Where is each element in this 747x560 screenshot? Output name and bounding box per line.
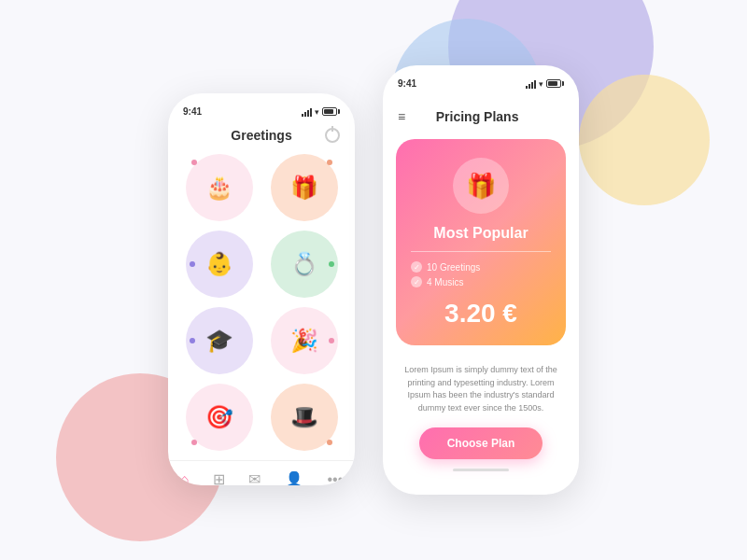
choose-plan-button[interactable]: Choose Plan [419,427,543,459]
list-item[interactable]: 🎓 [181,307,257,374]
signal-icon-2 [526,79,536,89]
card-divider [411,251,551,252]
list-item[interactable]: 👶 [181,231,257,298]
status-bar-2: 9:41 ▾ [383,65,579,96]
time-1: 9:41 [183,106,202,117]
dot [191,160,197,165]
dot [190,261,195,267]
nav-home-icon[interactable]: ⌂ [180,471,190,486]
dot [329,338,334,343]
dot [329,261,334,267]
pricing-description: Lorem Ipsum is simply dummy text of the … [383,353,579,422]
baby-icon: 👶 [205,251,233,277]
birthday-icon-circle[interactable]: 🎂 [186,154,253,221]
nav-grid-icon[interactable]: ⊞ [213,470,225,485]
bottom-nav: ⌂ ⊞ ✉ 👤 ••• [168,460,355,485]
title-bar-1: Greetings [168,124,355,154]
dot [190,338,195,343]
icon-grid: 🎂 🎁 👶 💍 [168,154,355,451]
feature-1: 10 Greetings [427,262,480,273]
greetings-title: Greetings [198,128,325,143]
graduation-icon: 🎓 [205,328,233,354]
status-icons-2: ▾ [526,79,564,89]
pricing-card: 🎁 Most Popular ✓ 10 Greetings ✓ 4 Musics… [396,139,566,345]
check-icon-1: ✓ [411,261,422,273]
price-display: 3.20 € [411,299,551,329]
check-icon-2: ✓ [411,276,422,287]
party-icon-circle[interactable]: 🎉 [271,307,338,374]
birthday-icon: 🎂 [205,175,233,201]
list-item[interactable]: 🎁 [266,154,342,221]
hamburger-icon[interactable]: ≡ [398,109,405,124]
list-item[interactable]: 🎯 [181,384,257,451]
battery-icon-2 [546,79,564,88]
phone-greetings: 9:41 ▾ Greetings [168,93,355,485]
time-2: 9:41 [398,78,416,89]
card-gift-icon: 🎁 [453,158,509,214]
rings-icon-circle[interactable]: 💍 [271,231,338,298]
phones-container: 9:41 ▾ Greetings [0,0,747,560]
signal-icon [302,107,312,117]
gift-emoji: 🎁 [466,172,496,201]
nav-person-icon[interactable]: 👤 [285,470,303,485]
gift-icon: 🎁 [290,175,318,201]
graduation-icon-circle[interactable]: 🎓 [186,307,253,374]
phone-pricing: 9:41 ▾ ≡ Pricing Plans [383,65,579,495]
most-popular-label: Most Popular [411,225,551,242]
nav-mail-icon[interactable]: ✉ [248,470,261,485]
list-item[interactable]: 🎂 [181,154,257,221]
home-indicator-2 [453,469,509,471]
hat-icon: 🎩 [290,404,318,430]
status-bar-1: 9:41 ▾ [168,93,355,124]
list-item: ✓ 10 Greetings [411,259,551,274]
wifi-icon: ▾ [315,107,319,117]
baby-icon-circle[interactable]: 👶 [186,231,253,298]
list-item[interactable]: 🎉 [266,307,342,374]
list-item[interactable]: 💍 [266,231,342,298]
status-icons-1: ▾ [302,107,340,117]
nav-more-icon[interactable]: ••• [327,471,343,486]
battery-icon [322,107,340,116]
pricing-title-bar: ≡ Pricing Plans [383,96,579,132]
rings-icon: 💍 [290,251,318,277]
dot [327,160,332,165]
party-icon: 🎉 [290,328,318,354]
target-icon: 🎯 [205,404,233,430]
gift-icon-circle[interactable]: 🎁 [271,154,338,221]
power-icon[interactable] [325,128,340,143]
pricing-title: Pricing Plans [405,109,549,124]
hat-icon-circle[interactable]: 🎩 [271,384,338,451]
list-item[interactable]: 🎩 [266,384,342,451]
target-icon-circle[interactable]: 🎯 [186,384,253,451]
dot [327,440,332,445]
wifi-icon-2: ▾ [539,79,543,89]
feature-list: ✓ 10 Greetings ✓ 4 Musics [411,259,551,289]
dot [191,440,197,445]
feature-2: 4 Musics [427,277,463,287]
list-item: ✓ 4 Musics [411,274,551,289]
